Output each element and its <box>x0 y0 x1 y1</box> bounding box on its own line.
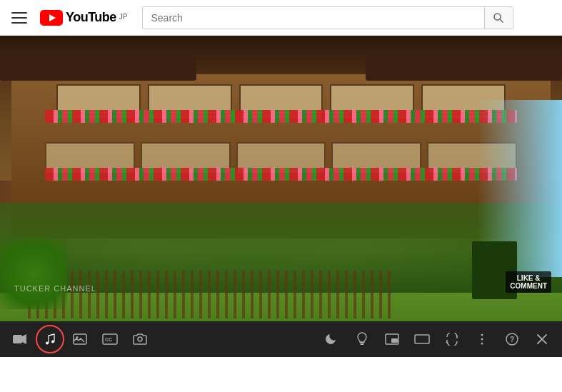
flowers-row-2 <box>45 168 517 181</box>
more-icon <box>480 333 484 346</box>
badge-text: LIKE &COMMENT <box>510 274 547 290</box>
svg-rect-4 <box>13 335 22 343</box>
toolbar-left: CC <box>6 325 154 353</box>
foliage-left <box>0 238 67 309</box>
image-icon <box>73 333 87 345</box>
captions-button[interactable]: CC <box>96 325 124 353</box>
captions-icon: CC <box>102 333 118 345</box>
svg-rect-12 <box>360 342 364 343</box>
music-button[interactable] <box>36 325 64 353</box>
burger-line-3 <box>11 22 27 24</box>
dark-mode-button[interactable] <box>318 325 346 353</box>
fence <box>28 271 393 319</box>
svg-point-20 <box>481 334 483 336</box>
search-container <box>142 6 540 29</box>
svg-text:?: ? <box>510 336 514 343</box>
video-camera-icon <box>13 333 27 345</box>
toolbar: CC <box>0 321 562 357</box>
more-options-button[interactable] <box>468 325 496 353</box>
svg-point-11 <box>138 337 142 341</box>
header: YouTube JP <box>0 0 562 36</box>
search-button[interactable] <box>485 6 513 29</box>
menu-button[interactable] <box>9 5 34 31</box>
loop-button[interactable] <box>438 325 466 353</box>
theatre-icon <box>414 334 430 344</box>
miniplayer-button[interactable] <box>378 325 406 353</box>
close-icon <box>536 333 548 345</box>
help-icon: ? <box>506 333 518 346</box>
svg-line-6 <box>49 334 54 336</box>
help-button[interactable]: ? <box>498 325 526 353</box>
image-button[interactable] <box>66 325 94 353</box>
theatre-mode-button[interactable] <box>408 325 436 353</box>
flowers-row-1 <box>45 110 517 123</box>
svg-rect-13 <box>361 344 364 346</box>
ambient-mode-button[interactable] <box>348 325 376 353</box>
svg-text:CC: CC <box>105 337 112 342</box>
moon-icon <box>326 333 338 346</box>
youtube-icon <box>40 10 63 26</box>
screenshot-button[interactable] <box>126 325 154 353</box>
svg-rect-19 <box>415 335 429 343</box>
camera-icon <box>133 333 147 346</box>
burger-line-2 <box>11 17 27 19</box>
svg-marker-5 <box>22 334 26 344</box>
search-icon <box>493 12 504 24</box>
svg-line-3 <box>500 19 503 22</box>
miniplayer-icon <box>385 333 399 345</box>
like-comment-badge: LIKE &COMMENT <box>506 271 551 293</box>
loop-icon <box>445 333 459 346</box>
close-button[interactable] <box>528 325 556 353</box>
youtube-wordmark: YouTube <box>66 10 116 25</box>
video-container[interactable]: TUCKER CHANNEL LIKE &COMMENT <box>0 36 562 357</box>
video-frame: TUCKER CHANNEL LIKE &COMMENT <box>0 36 562 357</box>
channel-watermark: TUCKER CHANNEL <box>14 284 96 293</box>
svg-point-21 <box>481 338 483 341</box>
country-code: JP <box>119 13 128 21</box>
music-note-icon <box>44 333 56 346</box>
svg-rect-18 <box>391 338 398 343</box>
toolbar-right: ? <box>318 325 556 353</box>
burger-line-1 <box>11 12 27 14</box>
youtube-logo[interactable]: YouTube JP <box>40 10 128 26</box>
svg-point-22 <box>481 343 483 345</box>
bulb-icon <box>356 332 368 346</box>
scene-overlay <box>0 36 562 357</box>
search-input[interactable] <box>142 6 485 29</box>
video-record-button[interactable] <box>6 325 34 353</box>
